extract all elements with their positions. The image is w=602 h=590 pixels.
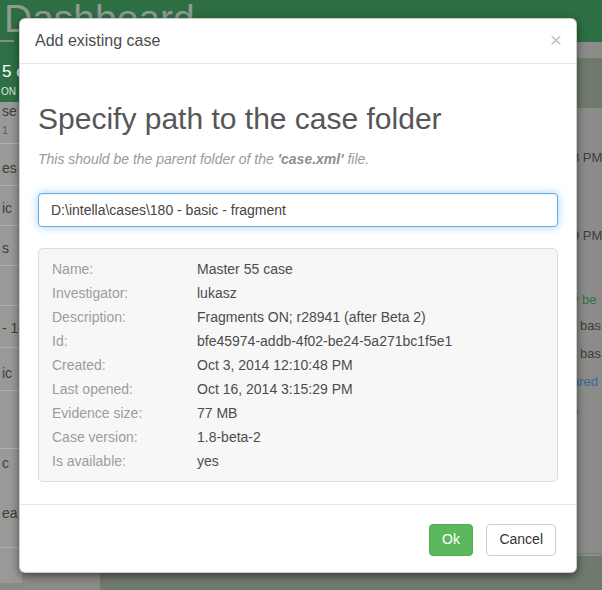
backdrop-case-count-sub: ON — [1, 86, 16, 97]
detail-value: Oct 16, 2014 3:15:29 PM — [197, 377, 353, 401]
detail-row: Is available: yes — [39, 449, 557, 473]
ok-button[interactable]: Ok — [429, 524, 473, 556]
dialog-heading: Specify path to the case folder — [38, 102, 558, 135]
detail-value: bfe45974-addb-4f02-be24-5a271bc1f5e1 — [197, 329, 452, 353]
note-prefix: This should be the parent folder of the — [38, 151, 278, 167]
backdrop-list-text: se — [2, 103, 17, 119]
detail-value: lukasz — [197, 281, 237, 305]
dialog-header: Add existing case × — [20, 19, 576, 64]
add-existing-case-dialog: Add existing case × Specify path to the … — [19, 18, 577, 573]
detail-row: Created: Oct 3, 2014 12:10:48 PM — [39, 353, 557, 377]
dialog-note: This should be the parent folder of the … — [38, 151, 558, 167]
detail-row: Evidence size: 77 MB — [39, 401, 557, 425]
detail-label: Is available: — [52, 449, 197, 473]
detail-value: Fragments ON; r28941 (after Beta 2) — [197, 305, 426, 329]
detail-row: Name: Master 55 case — [39, 257, 557, 281]
backdrop-list-text: es — [2, 160, 17, 176]
detail-value: 1.8-beta-2 — [197, 425, 261, 449]
case-path-input[interactable] — [38, 193, 558, 227]
detail-row: Last opened: Oct 16, 2014 3:15:29 PM — [39, 377, 557, 401]
detail-label: Description: — [52, 305, 197, 329]
cancel-button[interactable]: Cancel — [486, 524, 556, 556]
dialog-body: Specify path to the case folder This sho… — [20, 64, 576, 504]
detail-value: Oct 3, 2014 12:10:48 PM — [197, 353, 353, 377]
backdrop-list-text: s — [2, 240, 9, 256]
backdrop-list-text: ic — [2, 365, 12, 381]
detail-label: Last opened: — [52, 377, 197, 401]
backdrop-list-text: ic — [2, 200, 12, 216]
detail-label: Id: — [52, 329, 197, 353]
dialog-title: Add existing case — [35, 33, 561, 49]
backdrop-list-text: c — [2, 455, 9, 471]
detail-row: Description: Fragments ON; r28941 (after… — [39, 305, 557, 329]
close-icon[interactable]: × — [550, 29, 562, 50]
note-suffix: file. — [344, 151, 370, 167]
detail-row: Investigator: lukasz — [39, 281, 557, 305]
detail-label: Case version: — [52, 425, 197, 449]
detail-row: Case version: 1.8-beta-2 — [39, 425, 557, 449]
detail-label: Created: — [52, 353, 197, 377]
backdrop-list-text: 1 — [2, 124, 8, 136]
detail-row: Id: bfe45974-addb-4f02-be24-5a271bc1f5e1 — [39, 329, 557, 353]
case-details-panel: Name: Master 55 case Investigator: lukas… — [38, 248, 558, 482]
detail-label: Evidence size: — [52, 401, 197, 425]
detail-value: yes — [197, 449, 219, 473]
note-emphasis: 'case.xml' — [278, 151, 344, 167]
backdrop-list-text: ea — [2, 505, 18, 521]
detail-value: Master 55 case — [197, 257, 293, 281]
dialog-footer: Ok Cancel — [20, 504, 576, 572]
detail-value: 77 MB — [197, 401, 237, 425]
backdrop-footer-corner — [0, 583, 22, 590]
detail-label: Investigator: — [52, 281, 197, 305]
detail-label: Name: — [52, 257, 197, 281]
